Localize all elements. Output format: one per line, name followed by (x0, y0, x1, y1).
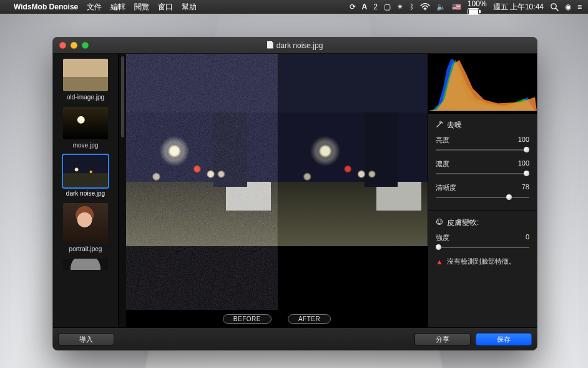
luminance-value: 100 (518, 136, 529, 145)
menu-help[interactable]: 幫助 (182, 2, 197, 12)
thumbnail-item[interactable]: old-image.jpg (57, 59, 114, 101)
skin-section: 皮膚變軟: 強度 0 ▲ 沒有檢測到臉部特徵。 (428, 211, 537, 270)
thumbnail-image (63, 107, 108, 139)
thumbnail-label: old-image.jpg (57, 94, 114, 101)
mac-menu-bar: WidsMob Denoise 文件 編輯 閱覽 窗口 幫助 ⟳ A 2 ▢ ✴… (0, 0, 588, 14)
save-button[interactable]: 保存 (476, 333, 532, 346)
desktop-background: WidsMob Denoise 文件 編輯 閱覽 窗口 幫助 ⟳ A 2 ▢ ✴… (0, 0, 588, 368)
thumbnail-image (63, 155, 108, 187)
chroma-value: 100 (518, 159, 529, 169)
after-label: AFTER (288, 314, 331, 324)
thumbnail-label: move.jpg (57, 142, 114, 149)
preview-after (277, 54, 428, 310)
menu-view[interactable]: 閱覽 (134, 2, 149, 12)
no-face-warning: ▲ 沒有檢測到臉部特徵。 (436, 257, 529, 266)
bottom-toolbar: 導入 分享 保存 (53, 327, 537, 350)
siri-icon[interactable]: ◉ (565, 2, 571, 11)
histogram-readout: --- (516, 105, 522, 112)
menu-extra-wifi-icon[interactable] (420, 3, 430, 11)
before-label: BEFORE (223, 314, 272, 324)
thumbnail-item[interactable]: move.jpg (57, 107, 114, 149)
skin-heading: 皮膚變軟: (447, 217, 479, 228)
thumbnail-sidebar: old-image.jpg move.jpg dark noise.jpg po… (53, 54, 119, 327)
thumbnail-image (63, 203, 108, 243)
histogram-readout: --- (443, 105, 449, 112)
share-button[interactable]: 分享 (414, 333, 471, 346)
preview-divider (277, 54, 278, 310)
thumbnail-item[interactable]: portrait.jpeg (57, 203, 114, 252)
window-titlebar[interactable]: dark noise.jpg (53, 37, 537, 54)
sharpness-slider[interactable] (436, 194, 529, 201)
svg-line-5 (556, 8, 558, 11)
menu-file[interactable]: 文件 (87, 2, 102, 12)
histogram-readout: --- (479, 105, 486, 112)
svg-point-7 (438, 221, 439, 221)
warning-icon: ▲ (436, 257, 443, 266)
thumbnail-image (63, 59, 108, 91)
denoise-section: 去噪 亮度 100 濃度 100 (428, 113, 537, 211)
sidebar-scroll-thumb[interactable] (121, 56, 124, 137)
sharpness-control: 清晰度 78 (436, 183, 529, 201)
skin-intensity-slider[interactable] (436, 244, 529, 251)
menu-extra-adobe-icon[interactable]: A (362, 2, 368, 11)
menu-extra-number[interactable]: 2 (373, 2, 378, 11)
skin-intensity-value: 0 (526, 233, 529, 242)
thumbnail-image (63, 259, 108, 270)
menu-extra-bluetooth-icon[interactable]: ᛒ (409, 2, 414, 11)
sharpness-label: 清晰度 (436, 183, 456, 192)
chroma-label: 濃度 (436, 159, 449, 169)
luminance-label: 亮度 (436, 136, 449, 145)
thumbnail-label: dark noise.jpg (57, 190, 114, 197)
wand-icon (436, 121, 443, 130)
luminance-control: 亮度 100 (436, 136, 529, 153)
document-icon (267, 41, 273, 49)
luminance-slider[interactable] (436, 147, 529, 153)
thumbnail-item[interactable]: dark noise.jpg (57, 155, 114, 197)
menu-extra-cam-icon[interactable]: ▢ (384, 2, 391, 11)
app-name-menu[interactable]: WidsMob Denoise (14, 2, 78, 11)
sidebar-scrollbar[interactable] (119, 54, 126, 327)
svg-point-0 (424, 9, 426, 11)
window-title: dark noise.jpg (53, 41, 537, 50)
skin-intensity-control: 強度 0 (436, 233, 529, 251)
menu-window[interactable]: 窗口 (158, 2, 173, 12)
menu-extra-battery[interactable]: 100% (468, 0, 487, 15)
face-icon (436, 218, 443, 227)
svg-rect-2 (469, 9, 478, 14)
preview-area[interactable]: BEFORE AFTER (126, 54, 428, 327)
thumbnail-label: portrait.jpeg (57, 246, 114, 252)
menu-extra-volume-icon[interactable]: 🔈 (436, 2, 446, 11)
menu-extra-hand-icon[interactable]: ✴︎ (397, 2, 403, 11)
menu-extra-datetime[interactable]: 週五 上午10:44 (493, 2, 544, 12)
controls-panel: --- --- --- 去噪 亮度 (428, 54, 537, 327)
svg-rect-3 (479, 10, 481, 13)
thumbnail-item[interactable] (57, 259, 114, 272)
chroma-slider[interactable] (436, 171, 529, 177)
chroma-control: 濃度 100 (436, 159, 529, 177)
histogram: --- --- --- (428, 54, 537, 113)
spotlight-icon[interactable] (550, 2, 559, 11)
svg-point-8 (440, 221, 441, 221)
preview-before (126, 54, 277, 310)
warning-text: 沒有檢測到臉部特徵。 (447, 257, 516, 266)
skin-intensity-label: 強度 (436, 233, 449, 242)
import-button[interactable]: 導入 (58, 333, 114, 346)
denoise-heading: 去噪 (447, 120, 462, 131)
menu-extra-flag[interactable]: 🇺🇸 (452, 2, 461, 11)
notification-center-icon[interactable]: ≡ (577, 2, 582, 11)
menu-edit[interactable]: 編輯 (110, 2, 125, 12)
app-window: dark noise.jpg old-image.jpg move.jpg da… (53, 37, 537, 350)
menu-extra-sync-icon[interactable]: ⟳ (350, 2, 356, 11)
sharpness-value: 78 (522, 183, 529, 192)
